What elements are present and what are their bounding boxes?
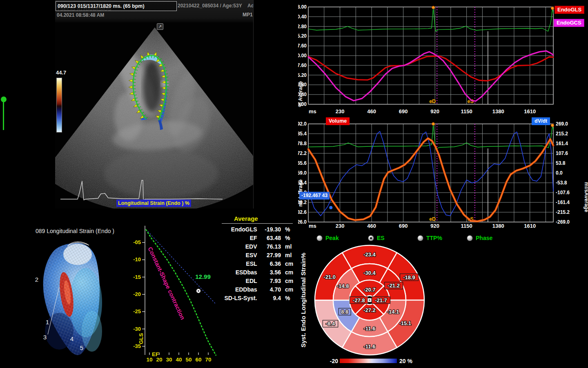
chart1-canvas: 38.0030.4022.8015.207.600.00-7.60-15.20-… <box>298 0 588 117</box>
svg-text:1610: 1610 <box>524 223 536 229</box>
radio-icon[interactable] <box>417 235 423 241</box>
radio-phase[interactable]: Phase <box>467 235 492 241</box>
svg-text:85.4: 85.4 <box>298 131 307 137</box>
segment-value: -18.9 <box>403 274 415 280</box>
table-row: EDDbas4.70cm <box>220 285 300 294</box>
svg-text:230: 230 <box>336 108 345 114</box>
svg-text:920: 920 <box>430 223 439 229</box>
radio-icon[interactable] <box>316 235 323 241</box>
table-row: EndoGLS-19.30% <box>220 225 300 234</box>
scale-max-label: 20 % <box>399 358 412 364</box>
svg-text:-269.0: -269.0 <box>556 219 570 225</box>
avg-label: ESL <box>220 260 257 268</box>
acquisition-datetime: 04.2021 08:58:48 AM <box>57 12 104 18</box>
avg-label: ESDbas <box>220 268 257 277</box>
segment-value: -27.8 <box>353 297 365 303</box>
avg-value: 4.70 <box>257 285 281 294</box>
strain-colorbar <box>56 78 62 132</box>
svg-text:-7.60: -7.60 <box>298 63 307 68</box>
svg-text:920: 920 <box>430 108 439 114</box>
svg-text:eD: eD <box>429 99 436 104</box>
svg-text:38.00: 38.00 <box>298 4 307 10</box>
svg-text:-15: -15 <box>133 274 141 280</box>
segment-value: -8.4 <box>326 321 335 327</box>
radio-icon[interactable] <box>467 235 473 241</box>
avg-unit: cm <box>281 260 300 268</box>
svg-text:22.80: 22.80 <box>298 24 307 29</box>
svg-text:60: 60 <box>195 357 201 363</box>
expand-icon[interactable]: ↗ <box>157 23 163 30</box>
dvdt-value-badge: -192.467 43 <box>299 192 330 200</box>
radio-icon[interactable] <box>368 235 374 241</box>
avg-label: EDDbas <box>220 285 257 294</box>
mesh-number-5: 5 <box>80 344 83 351</box>
svg-text:215.2: 215.2 <box>556 131 568 137</box>
avg-label: ESV <box>220 251 257 260</box>
segment-value: -27.2 <box>363 307 376 313</box>
volume-curves-chart: 92.085.478.872.265.659.052.445.839.232.6… <box>298 117 588 235</box>
svg-text:ms: ms <box>309 223 316 229</box>
svg-text:690: 690 <box>399 108 408 114</box>
avg-label: SD-LS-Syst. <box>220 294 257 303</box>
dvdt-legend[interactable]: dV/dt <box>532 117 550 125</box>
avg-value: 63.48 <box>257 234 281 242</box>
svg-text:-53.8: -53.8 <box>556 180 567 186</box>
x-axis-label: EF <box>152 351 159 357</box>
radio-label: TTP% <box>426 235 442 241</box>
table-row: ESDbas3.56cm <box>220 268 300 277</box>
svg-text:% Average: % Average <box>298 81 303 107</box>
svg-text:1150: 1150 <box>461 108 472 114</box>
constant-shape-curve <box>146 229 216 356</box>
series-ecg <box>308 124 553 150</box>
chart2-canvas: 92.085.478.872.265.659.052.445.839.232.6… <box>298 117 588 235</box>
segment-value: -23.4 <box>363 251 376 258</box>
avg-value: 27.99 <box>257 251 281 260</box>
svg-text:1380: 1380 <box>492 223 504 229</box>
image-caption: Longitudinal Strain (Endo ) % <box>116 200 191 207</box>
avg-value: 9.4 <box>257 294 281 303</box>
scale-min-label: -20 <box>330 358 338 364</box>
svg-text:30.40: 30.40 <box>298 14 307 20</box>
table-body: EndoGLS-19.30%EF63.48%EDV76.13mlESV27.99… <box>220 225 300 303</box>
svg-text:0.0: 0.0 <box>556 170 563 176</box>
segment-value: -11.6 <box>364 325 376 332</box>
segment-value: -20.7 <box>363 287 376 293</box>
avg-label: EndoGLS <box>220 225 257 234</box>
radio-peak[interactable]: Peak <box>316 235 339 241</box>
avg-unit: cm <box>281 268 300 277</box>
radio-ttp[interactable]: TTP% <box>417 235 442 241</box>
segment-value: -11.6 <box>364 343 376 350</box>
svg-text:7.60: 7.60 <box>298 43 307 49</box>
svg-text:10: 10 <box>146 357 152 363</box>
svg-text:1380: 1380 <box>492 108 504 114</box>
svg-text:-161.4: -161.4 <box>556 200 570 205</box>
table-row: SD-LS-Syst.9.4% <box>220 294 300 303</box>
svg-text:230: 230 <box>336 223 345 229</box>
radio-label: Phase <box>476 235 492 241</box>
radio-es[interactable]: ES <box>368 235 385 241</box>
endogls-legend[interactable]: EndoGLS <box>555 6 584 14</box>
frame-counter: 090/123 015/1317/1820 ms. (65 bpm) <box>56 1 177 11</box>
svg-text:460: 460 <box>367 223 376 229</box>
svg-text:-15.20: -15.20 <box>298 72 307 78</box>
svg-text:92.0: 92.0 <box>298 121 307 127</box>
app-window: TSELIS ATHANASIOS 090/123 015/1317/1820 … <box>0 0 588 368</box>
avg-value: 6.36 <box>257 260 281 268</box>
svg-text:72.2: 72.2 <box>298 150 307 156</box>
ultrasound-panel: TSELIS ATHANASIOS 090/123 015/1317/1820 … <box>55 0 254 209</box>
svg-text:65.6: 65.6 <box>298 160 307 166</box>
segment-value: -21.0 <box>323 274 336 280</box>
svg-text:15.20: 15.20 <box>298 33 307 39</box>
segment-value: -30.4 <box>363 270 376 276</box>
table-row: EF63.48% <box>220 234 300 242</box>
measurements-table: Average EndoGLS-19.30%EF63.48%EDV76.13ml… <box>220 213 300 305</box>
bullseye-scale <box>340 359 397 363</box>
mesh-number-1: 1 <box>46 319 49 325</box>
timeline-slider-knob[interactable] <box>1 96 7 102</box>
segment-value: -14.8 <box>337 283 349 289</box>
volume-legend[interactable]: Volume <box>326 117 350 125</box>
radio-label: ES <box>377 235 385 241</box>
avg-unit: ml <box>281 242 300 251</box>
svg-text:1150: 1150 <box>461 223 472 229</box>
endogcs-legend[interactable]: EndoGCS <box>554 19 584 27</box>
